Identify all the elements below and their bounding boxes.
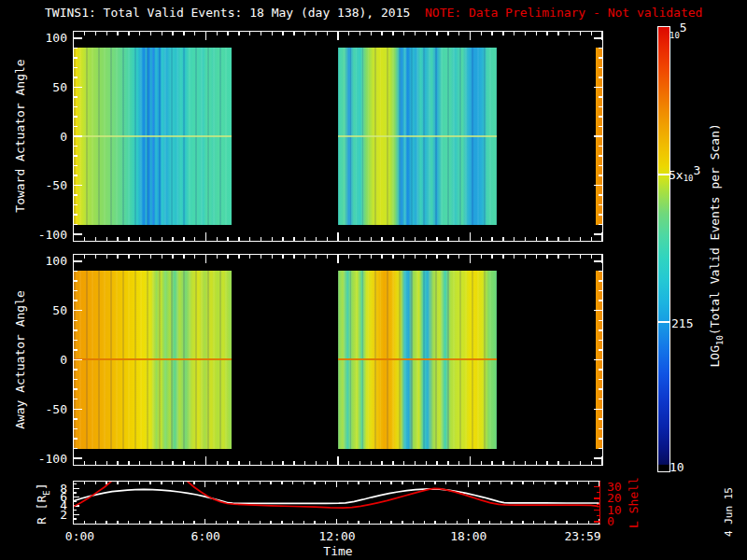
axis-tick — [599, 448, 602, 449]
axis-tick — [546, 32, 547, 35]
axis-tick — [74, 320, 78, 321]
axis-tick — [599, 369, 602, 370]
angle-tick-label: 0 — [26, 130, 67, 144]
axis-tick — [348, 32, 349, 35]
axis-tick — [392, 255, 393, 259]
axis-tick — [599, 146, 602, 147]
axis-tick — [599, 48, 602, 49]
axis-tick — [74, 194, 78, 195]
axis-tick — [74, 359, 82, 360]
axis-tick — [591, 461, 592, 465]
axis-tick — [282, 461, 283, 465]
axis-tick — [74, 204, 78, 205]
axis-tick — [249, 255, 250, 259]
axis-tick — [392, 461, 393, 465]
axis-tick — [599, 155, 602, 156]
axis-tick — [470, 255, 471, 263]
axis-tick — [194, 32, 195, 35]
axis-tick — [436, 255, 437, 259]
axis-tick — [580, 255, 581, 259]
axis-tick — [74, 37, 82, 38]
axis-tick — [458, 255, 459, 259]
axis-tick — [117, 237, 118, 241]
axis-tick — [74, 126, 78, 127]
time-tick-label: 23:59 — [553, 529, 613, 543]
axis-tick — [502, 237, 503, 241]
axis-tick — [227, 237, 228, 241]
axis-tick — [591, 255, 592, 259]
toward-angle-axis-label: Toward Actuator Angle — [13, 43, 27, 230]
axis-tick — [569, 255, 570, 259]
axis-tick — [304, 461, 305, 465]
axis-tick — [470, 232, 471, 241]
axis-tick — [403, 32, 404, 35]
zero-angle-line — [338, 358, 496, 360]
axis-tick — [599, 224, 602, 225]
axis-tick — [74, 175, 78, 175]
axis-tick — [481, 461, 482, 465]
axis-tick — [74, 300, 78, 301]
axis-tick — [106, 237, 107, 241]
axis-tick — [293, 237, 294, 241]
axis-tick — [162, 255, 162, 259]
axis-tick — [194, 255, 195, 259]
lshell-tick-label: 0 — [607, 514, 635, 528]
axis-tick — [403, 461, 404, 465]
heatmap-block — [338, 271, 496, 448]
axis-tick — [162, 461, 162, 465]
axis-tick — [580, 32, 581, 35]
axis-tick — [74, 271, 78, 272]
axis-tick — [84, 237, 85, 241]
axis-tick — [599, 329, 602, 330]
axis-tick — [557, 32, 558, 35]
axis-tick — [502, 32, 503, 35]
axis-tick — [74, 448, 78, 449]
angle-tick-label: 100 — [26, 254, 67, 268]
axis-tick — [525, 237, 526, 241]
angle-tick-label: 50 — [26, 303, 67, 317]
axis-tick — [272, 461, 273, 465]
axis-tick — [481, 255, 482, 259]
axis-tick — [172, 461, 173, 465]
axis-tick — [599, 438, 602, 439]
axis-tick — [426, 32, 427, 35]
axis-tick — [139, 255, 140, 259]
axis-tick — [426, 461, 427, 465]
axis-tick — [594, 359, 602, 360]
axis-tick — [599, 116, 602, 117]
axis-tick — [514, 237, 514, 241]
axis-tick — [205, 32, 206, 40]
axis-tick — [371, 255, 372, 259]
axis-tick — [599, 214, 602, 215]
axis-tick — [599, 388, 602, 389]
axis-tick — [337, 456, 338, 465]
axis-tick — [194, 461, 195, 465]
axis-tick — [580, 461, 581, 465]
toward-heatmap-panel — [73, 31, 603, 242]
axis-tick — [84, 461, 85, 465]
axis-tick — [74, 399, 78, 399]
axis-tick — [327, 237, 328, 241]
axis-tick — [249, 461, 250, 465]
axis-tick — [95, 255, 96, 259]
axis-tick — [359, 255, 360, 259]
axis-tick — [162, 32, 162, 35]
axis-tick — [594, 310, 602, 311]
axis-tick — [599, 175, 602, 175]
axis-tick — [238, 237, 239, 241]
axis-tick — [392, 237, 393, 241]
axis-tick — [74, 77, 78, 77]
axis-tick — [599, 194, 602, 195]
angle-tick-label: -100 — [26, 452, 67, 466]
axis-tick — [84, 255, 85, 259]
axis-tick — [95, 32, 96, 35]
axis-tick — [569, 32, 570, 35]
axis-tick — [150, 255, 151, 259]
axis-tick — [458, 32, 459, 35]
axis-tick — [304, 32, 305, 35]
axis-tick — [293, 255, 294, 259]
axis-tick — [316, 255, 317, 259]
axis-tick — [217, 237, 218, 241]
angle-tick-label: -50 — [26, 402, 67, 416]
axis-tick — [514, 461, 514, 465]
